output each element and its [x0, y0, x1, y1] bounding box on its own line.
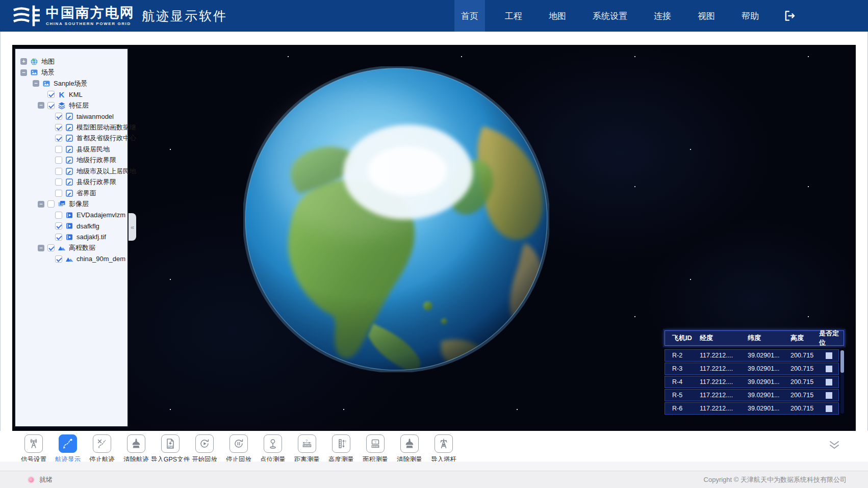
earth-globe[interactable]	[243, 66, 549, 372]
globe-icon	[30, 58, 38, 66]
tree-item-elevation-data[interactable]: 高程数据	[15, 243, 127, 254]
nav-item-map[interactable]: 地图	[542, 0, 573, 32]
nav-item-project[interactable]: 工程	[498, 0, 529, 32]
toolbar-button-track-display[interactable]: 航迹显示	[54, 434, 82, 464]
logout-button[interactable]	[783, 0, 797, 32]
tree-item-label: 首都及省级行政中心	[76, 134, 136, 143]
toolbar-button-distance-measure[interactable]: 距离测量	[293, 434, 321, 464]
tree-item-evdadajemvlzm[interactable]: EVDadajemvlzm	[15, 210, 127, 221]
locate-checkbox[interactable]	[826, 405, 832, 412]
copyright-text: Copyright © 天津航天中为数据系统科技有限公司	[704, 475, 847, 484]
layer-checkbox[interactable]	[55, 234, 62, 241]
toolbar-button-import-tower[interactable]: 导入塔杆	[429, 434, 458, 464]
expander-minus-icon[interactable]	[38, 102, 44, 109]
locate-checkbox[interactable]	[826, 352, 832, 359]
toolbar-button-area-measure[interactable]: 面积测量	[361, 434, 390, 464]
status-bar: 就绪 Copyright © 天津航天中为数据系统科技有限公司	[0, 471, 868, 488]
toolbar-button-clear-track[interactable]: 清除航迹	[122, 434, 150, 464]
tree-item-province-surface[interactable]: 省界面	[15, 188, 127, 199]
locate-checkbox[interactable]	[826, 379, 832, 386]
table-row[interactable]: R-4 117.2212.... 39.02901... 200.715	[665, 376, 839, 388]
toolbar-collapse-button[interactable]	[827, 440, 841, 451]
cell-flight-id: R-3	[665, 365, 700, 372]
tree-item-label: 地图	[41, 57, 55, 66]
tree-item-county-residential[interactable]: 县级居民地	[15, 144, 127, 155]
layer-checkbox[interactable]	[47, 244, 55, 251]
raster-icon	[65, 222, 73, 230]
scrollbar-thumb[interactable]	[840, 350, 844, 373]
sidebar-collapse-button[interactable]: «	[129, 213, 136, 241]
toolbar-button-stop-track[interactable]: 停止航迹	[88, 434, 116, 464]
layer-checkbox[interactable]	[55, 178, 62, 186]
feature-icon	[65, 156, 73, 164]
tree-item-china-90m-dem[interactable]: china_90m_dem	[15, 253, 127, 265]
layer-checkbox[interactable]	[55, 157, 62, 164]
status-text: 就绪	[39, 475, 53, 484]
table-scrollbar[interactable]	[840, 350, 844, 414]
terrain-icon	[58, 244, 66, 252]
table-row[interactable]: R-2 117.2212.... 39.02901... 200.715	[665, 349, 839, 362]
toolbar-button-signal-settings[interactable]: 信号设置	[19, 434, 48, 464]
tree-item-sample-scene[interactable]: Sanple场景	[15, 78, 127, 89]
start-playback-icon	[195, 434, 214, 453]
stop-playback-icon	[229, 434, 248, 453]
nav-item-help[interactable]: 帮助	[735, 0, 765, 32]
cell-longitude: 117.2212....	[700, 365, 748, 372]
locate-checkbox[interactable]	[826, 366, 832, 372]
layer-checkbox[interactable]	[55, 113, 62, 120]
tree-item-label: china_90m_dem	[76, 255, 125, 263]
scene-icon	[30, 68, 38, 76]
table-row[interactable]: R-3 117.2212.... 39.02901... 200.715	[665, 363, 839, 375]
layer-checkbox[interactable]	[55, 135, 62, 142]
tree-item-map[interactable]: 地图	[15, 56, 127, 67]
nav-item-view[interactable]: 视图	[691, 0, 722, 32]
tree-item-feature-layer[interactable]: 特征层	[15, 100, 127, 111]
import-gps-icon	[161, 434, 180, 453]
nav-item-system-settings[interactable]: 系统设置	[586, 0, 634, 32]
tree-item-county-boundary[interactable]: 县级行政界限	[15, 177, 127, 188]
tree-item-city-residential[interactable]: 地级市及以上居民地	[15, 166, 127, 177]
toolbar-button-start-playback[interactable]: 开始回放	[190, 434, 219, 464]
map-viewport[interactable]: 地图 场景 Sanple场景 K KML 特征层 taiwanmodel	[12, 45, 856, 431]
layer-checkbox[interactable]	[55, 212, 62, 219]
table-row[interactable]: R-5 117.2212.... 39.02901... 200.715	[665, 389, 839, 401]
status-dot	[29, 477, 34, 482]
layer-checkbox[interactable]	[47, 102, 55, 109]
expander-minus-icon[interactable]	[33, 80, 39, 87]
tree-item-label: KML	[69, 91, 83, 98]
nav-item-home[interactable]: 首页	[454, 0, 485, 32]
tree-item-sadjakfj-tif[interactable]: sadjakfj.tif	[15, 232, 127, 243]
cell-latitude: 39.02901...	[748, 392, 790, 399]
cell-flight-id: R-5	[665, 392, 700, 399]
toolbar-button-clear-measure[interactable]: 清除测量	[395, 434, 424, 464]
tree-item-dsafkflg[interactable]: dsafkflg	[15, 221, 127, 232]
tree-item-scene[interactable]: 场景	[15, 67, 127, 79]
layer-checkbox[interactable]	[55, 146, 62, 153]
tree-item-label: 特征层	[69, 101, 89, 110]
toolbar-button-import-gps[interactable]: 导入GPS文件	[156, 434, 185, 464]
tree-item-imagery-layer[interactable]: 影像层	[15, 199, 127, 210]
table-row[interactable]: R-6 117.2212.... 39.02901... 200.715	[665, 402, 839, 415]
layer-checkbox[interactable]	[55, 124, 62, 131]
toolbar-button-point-measure[interactable]: 点位测量	[259, 434, 287, 464]
tree-item-capitals[interactable]: 首都及省级行政中心	[15, 133, 127, 144]
layer-checkbox[interactable]	[47, 91, 55, 98]
locate-checkbox[interactable]	[826, 392, 832, 399]
layer-checkbox[interactable]	[55, 190, 62, 197]
tree-item-model-anim[interactable]: 模型图层动画数据继	[15, 122, 127, 133]
tree-item-kml[interactable]: K KML	[15, 89, 127, 100]
brand: 中国南方电网 CHINA SOUTHERN POWER GRID 航迹显示软件	[13, 5, 227, 27]
expander-minus-icon[interactable]	[20, 69, 27, 76]
nav-item-connect[interactable]: 连接	[647, 0, 678, 32]
layer-checkbox[interactable]	[55, 168, 62, 175]
layer-checkbox[interactable]	[47, 200, 55, 208]
tree-item-prefecture-boundary[interactable]: 地级行政界限	[15, 155, 127, 166]
layer-checkbox[interactable]	[55, 222, 62, 229]
toolbar-button-stop-playback[interactable]: 停止回放	[224, 434, 253, 464]
layer-checkbox[interactable]	[55, 255, 62, 263]
toolbar-button-height-measure[interactable]: 高度测量	[327, 434, 355, 464]
expander-plus-icon[interactable]	[20, 58, 27, 65]
tree-item-taiwanmodel[interactable]: taiwanmodel	[15, 111, 127, 122]
expander-minus-icon[interactable]	[38, 201, 44, 208]
expander-minus-icon[interactable]	[38, 245, 44, 251]
